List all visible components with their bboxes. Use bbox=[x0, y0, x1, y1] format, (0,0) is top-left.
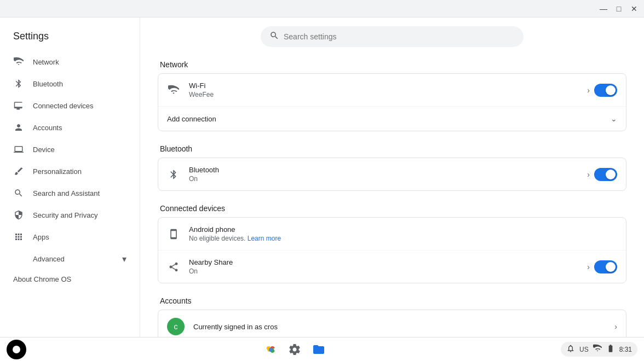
sidebar-item-bluetooth[interactable]: Bluetooth bbox=[0, 73, 133, 95]
nearby-share-row[interactable]: Nearby Share On › bbox=[158, 251, 626, 283]
bluetooth-toggle[interactable] bbox=[594, 168, 617, 181]
launcher-icon bbox=[13, 346, 20, 353]
bluetooth-chevron-icon: › bbox=[587, 170, 590, 179]
search-input[interactable] bbox=[284, 32, 515, 41]
wifi-toggle[interactable] bbox=[594, 84, 617, 97]
apps-icon bbox=[13, 231, 24, 242]
connected-devices-section-title: Connected devices bbox=[158, 204, 626, 213]
bluetooth-row-action: › bbox=[587, 168, 617, 181]
bluetooth-row-icon bbox=[167, 168, 180, 181]
add-connection-content: Add connection bbox=[167, 115, 611, 123]
chrome-app-button[interactable] bbox=[261, 340, 280, 359]
sidebar-item-connected-devices[interactable]: Connected devices bbox=[0, 95, 133, 117]
advanced-icon bbox=[13, 253, 24, 264]
android-phone-label: Android phone bbox=[189, 225, 617, 234]
close-button[interactable]: ✕ bbox=[626, 1, 642, 16]
search-sidebar-icon bbox=[13, 188, 24, 199]
add-connection-row[interactable]: Add connection ⌄ bbox=[158, 107, 626, 131]
monitor-icon bbox=[13, 100, 24, 111]
sidebar-item-accounts-label: Accounts bbox=[33, 124, 62, 132]
android-phone-icon bbox=[167, 228, 180, 241]
minimize-button[interactable]: — bbox=[596, 1, 611, 16]
app-window: Settings Network Bluetooth bbox=[0, 18, 644, 337]
chevron-down-icon: ▾ bbox=[122, 254, 127, 264]
taskbar-left bbox=[7, 340, 28, 359]
accounts-row-action: › bbox=[614, 322, 617, 331]
accounts-row[interactable]: c Currently signed in as cros › bbox=[158, 310, 626, 337]
accounts-chevron-icon: › bbox=[614, 322, 617, 331]
svg-point-1 bbox=[269, 348, 272, 351]
wifi-row-action: › bbox=[587, 84, 617, 97]
taskbar-center bbox=[261, 340, 329, 359]
nearby-share-content: Nearby Share On bbox=[189, 258, 587, 275]
clock: 8:31 bbox=[619, 346, 632, 353]
accounts-section-title: Accounts bbox=[158, 296, 626, 305]
android-phone-subtitle: No eligible devices. Learn more bbox=[189, 235, 617, 242]
network-section-title: Network bbox=[158, 60, 626, 69]
sidebar-item-search-label: Search and Assistant bbox=[33, 189, 100, 197]
locale-label: US bbox=[579, 346, 589, 353]
sidebar-item-personalization[interactable]: Personalization bbox=[0, 160, 133, 182]
system-tray[interactable]: US 8:31 bbox=[561, 342, 637, 357]
nearby-share-chevron-icon: › bbox=[587, 263, 590, 271]
sidebar-item-security-privacy[interactable]: Security and Privacy bbox=[0, 204, 133, 226]
nearby-share-action: › bbox=[587, 260, 617, 273]
sidebar-item-bluetooth-label: Bluetooth bbox=[33, 80, 63, 88]
bluetooth-icon bbox=[13, 78, 24, 89]
android-phone-learn-more-link[interactable]: Learn more bbox=[248, 235, 281, 242]
taskbar-right: US 8:31 bbox=[561, 342, 637, 357]
sidebar-item-apps-label: Apps bbox=[33, 233, 49, 241]
connected-devices-section-card: Android phone No eligible devices. Learn… bbox=[158, 217, 626, 283]
files-app-button[interactable] bbox=[309, 340, 329, 359]
wifi-tray-icon bbox=[593, 344, 602, 354]
settings-app-button[interactable] bbox=[285, 340, 304, 359]
battery-icon bbox=[606, 344, 615, 354]
shield-icon bbox=[13, 209, 24, 220]
sidebar-about-label: About Chrome OS bbox=[13, 275, 71, 283]
notification-icon bbox=[566, 344, 575, 354]
sidebar-title: Settings bbox=[0, 26, 140, 51]
sidebar-advanced-label: Advanced bbox=[33, 255, 65, 263]
accounts-signed-in: Currently signed in as cros bbox=[193, 323, 614, 331]
search-icon bbox=[269, 31, 279, 43]
sidebar-item-advanced[interactable]: Advanced ▾ bbox=[0, 248, 140, 270]
sidebar-item-network-label: Network bbox=[33, 58, 59, 66]
android-phone-row[interactable]: Android phone No eligible devices. Learn… bbox=[158, 218, 626, 251]
wifi-label: Wi-Fi bbox=[189, 81, 587, 90]
main-content: Network Wi-Fi WeeFee › bbox=[140, 18, 644, 337]
bluetooth-label: Bluetooth bbox=[189, 166, 587, 174]
sidebar-item-apps[interactable]: Apps bbox=[0, 226, 133, 248]
bluetooth-section-title: Bluetooth bbox=[158, 144, 626, 153]
network-section-card: Wi-Fi WeeFee › Add connection ⌄ bbox=[158, 73, 626, 131]
bluetooth-row-content: Bluetooth On bbox=[189, 166, 587, 183]
bluetooth-row[interactable]: Bluetooth On › bbox=[158, 158, 626, 190]
taskbar: US 8:31 bbox=[0, 337, 644, 361]
search-bar-container bbox=[158, 26, 626, 47]
add-connection-action: ⌄ bbox=[611, 114, 617, 123]
title-bar: — □ ✕ bbox=[0, 0, 644, 18]
wifi-row[interactable]: Wi-Fi WeeFee › bbox=[158, 74, 626, 107]
sidebar-item-network[interactable]: Network bbox=[0, 51, 133, 73]
sidebar-item-personalization-label: Personalization bbox=[33, 167, 82, 176]
nearby-share-icon bbox=[167, 260, 180, 273]
maximize-button[interactable]: □ bbox=[611, 1, 626, 16]
sidebar-item-device[interactable]: Device bbox=[0, 138, 133, 160]
accounts-content: Currently signed in as cros bbox=[193, 323, 614, 331]
android-phone-subtitle-text: No eligible devices. bbox=[189, 235, 245, 242]
search-bar bbox=[261, 26, 524, 47]
wifi-network-name: WeeFee bbox=[189, 91, 587, 98]
wifi-icon bbox=[13, 56, 24, 67]
sidebar-item-accounts[interactable]: Accounts bbox=[0, 117, 133, 138]
sidebar: Settings Network Bluetooth bbox=[0, 18, 140, 337]
wifi-row-content: Wi-Fi WeeFee bbox=[189, 81, 587, 98]
wifi-chevron-icon: › bbox=[587, 86, 590, 95]
sidebar-item-about[interactable]: About Chrome OS bbox=[0, 270, 140, 289]
nearby-share-toggle[interactable] bbox=[594, 260, 617, 273]
person-icon bbox=[13, 122, 24, 133]
sidebar-item-search-assistant[interactable]: Search and Assistant bbox=[0, 182, 133, 204]
laptop-icon bbox=[13, 144, 24, 155]
add-connection-chevron-icon: ⌄ bbox=[611, 114, 617, 123]
launcher-button[interactable] bbox=[7, 340, 26, 359]
add-connection-label: Add connection bbox=[167, 115, 611, 123]
sidebar-item-security-label: Security and Privacy bbox=[33, 211, 98, 219]
